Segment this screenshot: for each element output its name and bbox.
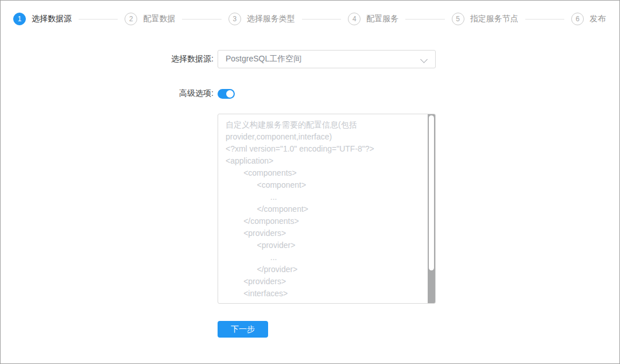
step-1-select-datasource: 1 选择数据源 <box>13 13 72 25</box>
step-5-label: 指定服务节点 <box>470 14 518 24</box>
advanced-options-label: 高级选项: <box>145 88 214 99</box>
step-4-label: 配置服务 <box>366 14 398 24</box>
chevron-down-icon <box>420 56 428 63</box>
step-1-circle: 1 <box>13 13 26 25</box>
datasource-selected-value: PostgreSQL工作空间 <box>226 54 301 64</box>
step-5-circle: 5 <box>452 13 464 25</box>
datasource-form: 选择数据源: PostgreSQL工作空间 高级选项: 自定义构建服务需要的配置… <box>1 50 619 338</box>
step-connector <box>182 19 221 20</box>
step-6-publish: 6 发布 <box>571 13 606 25</box>
scrollbar-thumb[interactable] <box>429 115 434 270</box>
step-3-select-service-type: 3 选择服务类型 <box>228 13 295 25</box>
step-4-circle: 4 <box>348 13 361 25</box>
datasource-select[interactable]: PostgreSQL工作空间 <box>218 50 436 68</box>
step-3-circle: 3 <box>228 13 241 25</box>
config-textarea[interactable]: 自定义构建服务需要的配置信息(包括 provider,component,int… <box>218 114 436 304</box>
toggle-knob <box>226 90 234 98</box>
step-1-label: 选择数据源 <box>32 14 72 24</box>
advanced-toggle[interactable] <box>218 89 235 99</box>
datasource-label: 选择数据源: <box>145 54 214 64</box>
step-connector <box>525 19 564 20</box>
step-3-label: 选择服务类型 <box>247 14 295 24</box>
step-connector <box>79 19 118 20</box>
step-2-configure-data: 2 配置数据 <box>125 13 175 25</box>
next-step-button[interactable]: 下一步 <box>218 321 268 338</box>
step-connector <box>302 19 341 20</box>
wizard-steps: 1 选择数据源 2 配置数据 3 选择服务类型 4 配置服务 5 指定服务节点 … <box>1 1 619 37</box>
step-connector <box>405 19 444 20</box>
step-4-configure-service: 4 配置服务 <box>348 13 398 25</box>
step-6-circle: 6 <box>571 13 584 25</box>
step-2-label: 配置数据 <box>143 14 175 24</box>
config-placeholder-text: 自定义构建服务需要的配置信息(包括 provider,component,int… <box>218 114 435 303</box>
step-2-circle: 2 <box>125 13 137 25</box>
scrollbar[interactable] <box>428 114 435 303</box>
step-5-specify-service-node: 5 指定服务节点 <box>452 13 518 25</box>
step-6-label: 发布 <box>590 14 606 24</box>
